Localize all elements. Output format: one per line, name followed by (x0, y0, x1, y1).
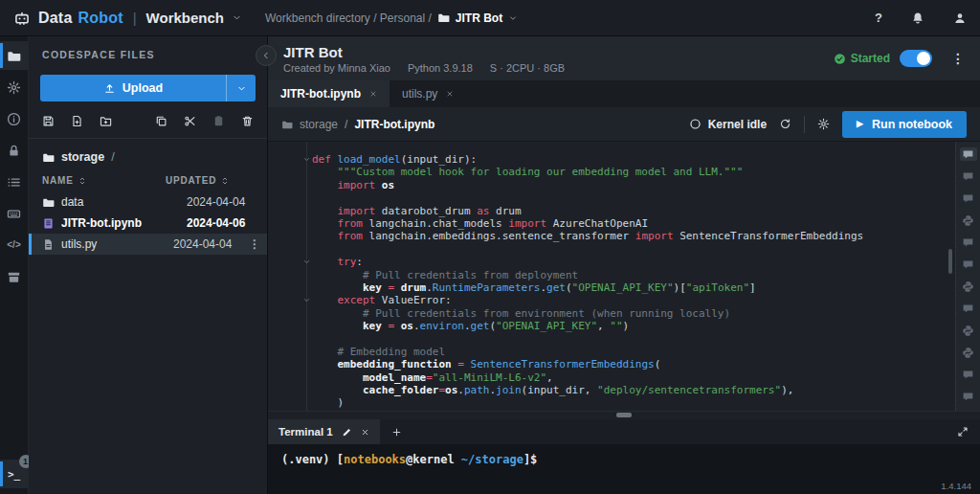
expand-terminal-button[interactable] (946, 419, 980, 444)
row-kebab-menu[interactable]: ⋮ (248, 238, 261, 250)
cell-python-marker[interactable] (960, 213, 977, 227)
help-icon[interactable]: ? (875, 11, 882, 24)
code-line[interactable]: from langchain.embeddings.sentence_trans… (268, 230, 951, 242)
terminal-output[interactable]: (.venv) [notebooks@kernel ~/storage]$ 1.… (268, 444, 980, 494)
cell-comment-marker[interactable] (960, 147, 977, 161)
folder-plus-icon[interactable] (100, 115, 112, 127)
power-toggle[interactable] (900, 50, 932, 67)
rail-item-keyboard[interactable] (0, 199, 29, 228)
tab-utils.py[interactable]: utils.py (390, 80, 466, 107)
storage-folder-label[interactable]: storage (61, 150, 104, 164)
fold-chevron-icon[interactable] (302, 155, 311, 164)
code-line[interactable] (268, 332, 951, 345)
sort-icon[interactable] (78, 176, 87, 186)
notebook-editor[interactable]: def load_model(input_dir): """Custom mod… (268, 142, 980, 411)
bell-icon[interactable] (911, 11, 924, 25)
code-editor[interactable]: def load_model(input_dir): """Custom mod… (268, 153, 951, 410)
cell-comment-marker[interactable] (960, 236, 977, 249)
notebook-settings-button[interactable] (817, 118, 830, 130)
code-line[interactable]: try: (268, 256, 951, 268)
cell-comment-marker[interactable] (960, 191, 977, 205)
code-line[interactable]: # Pull credentials from environment (whe… (268, 307, 951, 320)
cell-comment-marker[interactable] (960, 302, 977, 315)
code-line[interactable]: cache_folder=os.path.join(input_dir, "de… (268, 384, 951, 396)
code-line[interactable]: """Custom model hook for loading our emb… (268, 166, 951, 178)
terminal-tab[interactable]: Terminal 1 (268, 419, 380, 444)
trash-icon[interactable] (241, 115, 254, 127)
file-name[interactable]: utils.py (42, 237, 173, 251)
close-tab-icon[interactable] (369, 90, 377, 98)
code-line[interactable]: except ValueError: (268, 294, 951, 306)
save-icon[interactable] (42, 115, 55, 127)
python-icon (962, 347, 974, 359)
tab-JITR-bot.ipynb[interactable]: JITR-bot.ipynb (268, 80, 390, 107)
code-line[interactable]: model_name="all-MiniLM-L6-v2", (268, 371, 951, 384)
cell-python-marker[interactable] (960, 324, 977, 337)
brand[interactable]: DataRobot (38, 10, 123, 27)
breadcrumb-chevron-down-icon[interactable] (508, 13, 518, 23)
cell-comment-marker[interactable] (960, 258, 977, 271)
run-notebook-button[interactable]: ▶ Run notebook (842, 111, 967, 138)
column-updated-label[interactable]: UPDATED (166, 175, 216, 186)
code-line[interactable]: import datarobot_drum as drum (268, 205, 951, 217)
file-plus-icon[interactable] (71, 115, 83, 127)
rail-item-files[interactable] (0, 41, 29, 70)
user-icon[interactable] (953, 11, 967, 25)
top-navigation-bar: DataRobot | Workbench Workbench director… (0, 0, 980, 36)
file-name[interactable]: data (42, 195, 187, 209)
code-line[interactable]: key = os.environ.get("OPENAI_API_KEY", "… (268, 320, 951, 332)
path-folder[interactable]: storage (300, 118, 338, 131)
file-name[interactable]: JITR-bot.ipynb (42, 216, 187, 230)
file-list: data2024-04-04JITR-bot.ipynb2024-04-06ut… (29, 191, 267, 255)
rail-item-secrets[interactable] (0, 136, 29, 165)
code-line[interactable]: key = drum.RuntimeParameters.get("OPENAI… (268, 281, 951, 294)
sort-icon[interactable] (220, 176, 230, 186)
breadcrumb-current[interactable]: JITR Bot (456, 11, 502, 25)
code-line[interactable]: def load_model(input_dir): (268, 153, 951, 166)
rename-terminal-icon[interactable] (342, 427, 352, 438)
code-line[interactable]: ) (268, 396, 951, 409)
code-line[interactable] (268, 191, 951, 204)
close-tab-icon[interactable] (446, 90, 454, 98)
upload-button[interactable]: Upload (40, 75, 256, 101)
upload-menu-button[interactable] (226, 75, 256, 101)
code-line[interactable]: import os (268, 179, 951, 191)
cell-comment-marker[interactable] (960, 390, 977, 403)
copy-icon[interactable] (155, 115, 167, 127)
code-line[interactable]: from langchain.chat_models import AzureC… (268, 217, 951, 230)
file-row-data[interactable]: data2024-04-04 (29, 191, 267, 213)
app-name[interactable]: Workbench (146, 10, 224, 26)
file-row-utils.py[interactable]: utils.py2024-04-04⋮ (29, 234, 267, 255)
new-terminal-button[interactable] (380, 419, 413, 444)
file-row-JITR-bot.ipynb[interactable]: JITR-bot.ipynb2024-04-06 (29, 213, 267, 234)
rail-item-outline[interactable] (0, 168, 29, 196)
code-line[interactable] (268, 243, 951, 256)
app-chevron-down-icon[interactable] (232, 12, 242, 23)
collapse-panel-button[interactable] (256, 45, 277, 66)
storage-breadcrumb[interactable]: storage / (29, 139, 267, 171)
cell-python-marker[interactable] (960, 346, 977, 359)
cell-python-marker[interactable] (960, 280, 977, 293)
cell-comment-marker[interactable] (960, 169, 977, 183)
code-line[interactable]: embedding_function = SentenceTransformer… (268, 358, 951, 370)
editor-scrollbar-thumb[interactable] (948, 249, 952, 274)
breadcrumb-path[interactable]: Workbench directory / Personal / (265, 11, 432, 25)
rail-item-settings[interactable] (0, 73, 29, 101)
code-line[interactable]: # Embedding model (268, 346, 951, 358)
fold-chevron-icon[interactable] (302, 296, 311, 304)
code-line[interactable]: # Pull credentials from deployment (268, 269, 951, 281)
rail-item-terminal[interactable]: 1 >_ (0, 460, 29, 488)
rail-item-info[interactable] (0, 104, 29, 133)
cell-comment-marker[interactable] (960, 368, 977, 381)
fold-chevron-icon[interactable] (302, 258, 311, 266)
restart-kernel-button[interactable] (779, 118, 791, 130)
rail-item-packages[interactable] (0, 262, 29, 291)
rail-item-code[interactable]: </> (0, 231, 29, 259)
splitter-grip[interactable] (616, 413, 632, 417)
scissors-icon[interactable] (184, 115, 196, 127)
header-kebab-menu[interactable]: ⋮ (951, 52, 965, 65)
path-file[interactable]: JITR-bot.ipynb (354, 118, 434, 131)
close-terminal-icon[interactable] (361, 428, 369, 437)
editor-terminal-splitter[interactable] (268, 411, 980, 419)
column-name-label[interactable]: NAME (42, 175, 74, 186)
